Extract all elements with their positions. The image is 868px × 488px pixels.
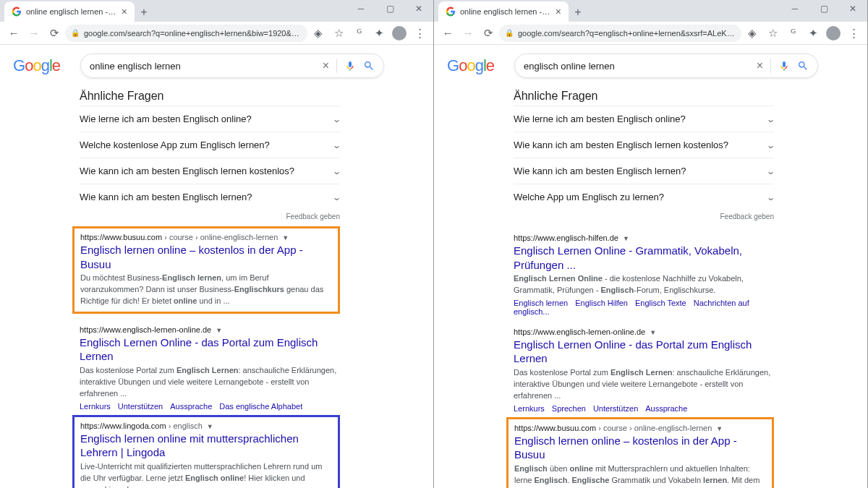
paa-question[interactable]: Welche App um Englisch zu lernen?⌄ [514, 184, 774, 210]
reload-button[interactable]: ⟳ [479, 24, 498, 43]
dropdown-icon[interactable]: ▼ [207, 423, 213, 430]
minimize-icon[interactable]: ─ [780, 0, 809, 17]
search-results: Ähnliche FragenWie lerne ich am besten E… [0, 82, 340, 488]
profile-avatar[interactable] [824, 24, 843, 43]
menu-icon[interactable]: ⋮ [844, 24, 863, 43]
feedback-link[interactable]: Feedback geben [80, 210, 340, 226]
address-bar[interactable]: 🔒 google.com/search?q=englisch+online+le… [499, 25, 741, 42]
sitelink[interactable]: Das englische Alphabet [219, 402, 302, 411]
page-content: Google × Ähnliche FragenWie lerne ich am… [434, 45, 867, 488]
search-result: https://www.lingoda.com › englisch ▼Engl… [72, 415, 340, 488]
search-box[interactable]: × [80, 53, 384, 78]
search-box[interactable]: × [514, 53, 818, 78]
clear-search-icon[interactable]: × [757, 59, 763, 72]
extensions-icon[interactable]: ✦ [804, 24, 822, 43]
google-logo[interactable]: Google [13, 56, 60, 75]
voice-search-icon[interactable] [344, 60, 356, 72]
close-window-icon[interactable]: ✕ [838, 0, 867, 17]
sitelink[interactable]: Englisch Texte [635, 299, 686, 307]
dropdown-icon[interactable]: ▼ [623, 235, 629, 242]
new-tab-button[interactable]: + [135, 3, 153, 22]
bookmark-icon[interactable]: ☆ [329, 24, 348, 43]
translate-icon[interactable]: ᴳ [783, 24, 802, 43]
sitelink[interactable]: Aussprache [170, 402, 212, 411]
tab-title: online englisch lernen - Google S [460, 7, 551, 16]
browser-tab[interactable]: online englisch lernen - Google S × [4, 1, 135, 22]
google-favicon-icon [12, 7, 22, 17]
page-content: Google × Ähnliche FragenWie lerne ich am… [0, 45, 433, 488]
sitelink[interactable]: Aussprache [645, 404, 687, 413]
clear-search-icon[interactable]: × [323, 59, 329, 72]
minimize-icon[interactable]: ─ [346, 0, 375, 17]
sitelink[interactable]: Lernkurs [80, 402, 111, 411]
result-breadcrumb[interactable]: https://www.lingoda.com › englisch ▼ [80, 421, 332, 430]
extensions-icon[interactable]: ✦ [370, 24, 388, 43]
search-button-icon[interactable] [363, 60, 375, 72]
browser-toolbar: ← → ⟳ 🔒 google.com/search?q=englisch+onl… [434, 22, 867, 45]
sitelink[interactable]: Englisch Hilfen [575, 299, 628, 307]
bookmark-icon[interactable]: ☆ [763, 24, 782, 43]
result-title[interactable]: Englisch lernen online – kostenlos in de… [80, 243, 332, 271]
paa-question-text: Wie kann ich am besten Englisch lernen k… [514, 140, 728, 150]
chevron-down-icon: ⌄ [332, 192, 341, 202]
paa-question[interactable]: Wie lerne ich am besten Englisch online?… [514, 106, 774, 132]
sitelink[interactable]: Unterstützen [593, 404, 638, 413]
result-breadcrumb[interactable]: https://www.englisch-hilfen.de ▼ [514, 234, 774, 242]
search-result: https://www.englisch-lernen-online.de ▼E… [80, 318, 340, 415]
search-input[interactable] [90, 61, 315, 72]
result-breadcrumb[interactable]: https://www.englisch-lernen-online.de ▼ [514, 328, 774, 336]
voice-search-icon[interactable] [778, 60, 790, 72]
dropdown-icon[interactable]: ▼ [216, 327, 222, 334]
paa-question[interactable]: Wie lerne ich am besten Englisch online?… [80, 106, 340, 132]
dropdown-icon[interactable]: ▼ [282, 234, 289, 241]
titlebar: online englisch lernen - Google S × + ─ … [434, 0, 867, 22]
paa-question[interactable]: Wie kann ich am besten Englisch lernen k… [514, 132, 774, 158]
dropdown-icon[interactable]: ▼ [716, 425, 723, 432]
people-also-ask-heading: Ähnliche Fragen [514, 85, 774, 106]
paa-question[interactable]: Wie kann ich am besten Englisch lernen?⌄ [80, 184, 340, 210]
sitelink[interactable]: Englisch lernen [514, 299, 568, 307]
google-logo[interactable]: Google [447, 56, 494, 75]
result-breadcrumb[interactable]: https://www.englisch-lernen-online.de ▼ [80, 325, 340, 334]
back-button[interactable]: ← [438, 24, 457, 43]
search-input[interactable] [524, 61, 749, 72]
profile-avatar[interactable] [390, 24, 409, 43]
paa-question[interactable]: Welche kostenlose App zum Englisch lerne… [80, 132, 340, 158]
result-title[interactable]: Englisch lernen online – kostenlos in de… [514, 434, 766, 462]
result-title[interactable]: Englisch lernen online mit muttersprachl… [80, 432, 332, 460]
paa-question[interactable]: Wie kann ich am besten Englisch lernen?⌄ [514, 158, 774, 184]
result-breadcrumb[interactable]: https://www.busuu.com › course › online-… [80, 233, 332, 241]
result-breadcrumb[interactable]: https://www.busuu.com › course › online-… [514, 424, 766, 432]
result-title[interactable]: Englisch Lernen Online - Grammatik, Voka… [514, 244, 774, 272]
maximize-icon[interactable]: ▢ [375, 0, 404, 17]
browser-tab[interactable]: online englisch lernen - Google S × [438, 1, 569, 22]
dropdown-icon[interactable]: ▼ [650, 329, 656, 336]
paa-question[interactable]: Wie kann ich am besten Englisch lernen k… [80, 158, 340, 184]
search-button-icon[interactable] [797, 60, 809, 72]
sitelink[interactable]: Unterstützen [118, 402, 163, 411]
forward-button: → [25, 24, 43, 43]
result-domain: https://www.busuu.com [514, 424, 596, 432]
close-tab-icon[interactable]: × [556, 6, 561, 17]
new-tab-button[interactable]: + [569, 3, 587, 22]
location-icon[interactable]: ◈ [743, 24, 762, 43]
chevron-down-icon: ⌄ [766, 166, 775, 176]
result-domain: https://www.lingoda.com [80, 421, 166, 430]
google-header: Google × [434, 45, 867, 82]
close-tab-icon[interactable]: × [122, 6, 127, 17]
address-bar[interactable]: 🔒 google.com/search?q=online+englisch+le… [65, 25, 307, 42]
location-icon[interactable]: ◈ [309, 24, 328, 43]
result-snippet: Das kostenlose Portal zum Englisch Lerne… [514, 367, 774, 402]
feedback-link[interactable]: Feedback geben [514, 210, 774, 226]
maximize-icon[interactable]: ▢ [809, 0, 838, 17]
back-button[interactable]: ← [4, 24, 23, 43]
result-title[interactable]: Englisch Lernen Online - das Portal zum … [514, 338, 774, 366]
close-window-icon[interactable]: ✕ [404, 0, 433, 17]
sitelink[interactable]: Lernkurs [514, 404, 545, 413]
translate-icon[interactable]: ᴳ [349, 24, 368, 43]
sitelink[interactable]: Sprechen [552, 404, 586, 413]
menu-icon[interactable]: ⋮ [410, 24, 429, 43]
reload-button[interactable]: ⟳ [45, 24, 64, 43]
result-title[interactable]: Englisch Lernen Online - das Portal zum … [80, 335, 340, 364]
result-domain: https://www.englisch-lernen-online.de [514, 328, 645, 336]
